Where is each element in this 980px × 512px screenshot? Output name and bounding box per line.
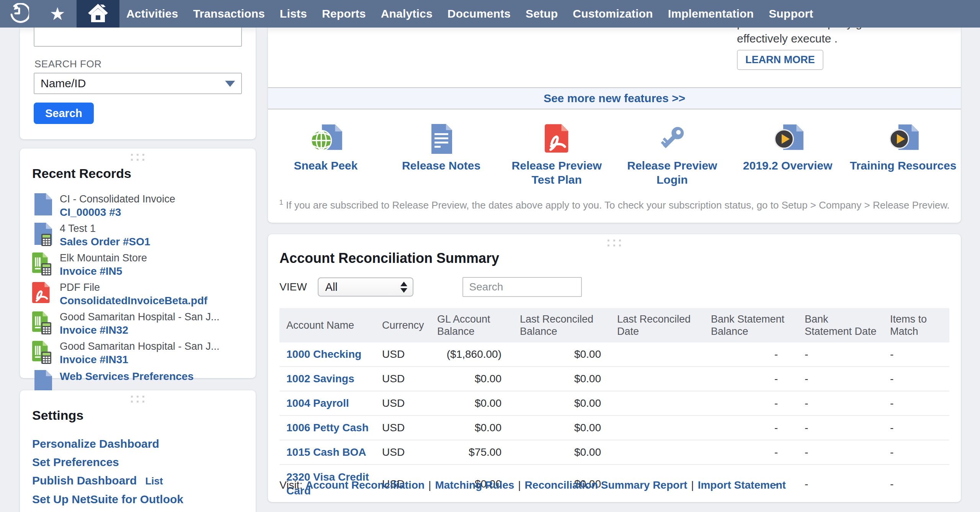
- search-button[interactable]: Search: [34, 103, 94, 124]
- see-more-features-link[interactable]: See more new features >>: [544, 92, 685, 105]
- home-button-active[interactable]: [77, 0, 119, 28]
- record-link[interactable]: ConsolidatedInvoiceBeta.pdf: [60, 294, 207, 307]
- column-header: Account Name: [279, 317, 375, 334]
- account-link[interactable]: 1006 Petty Cash: [286, 422, 369, 434]
- drag-handle[interactable]: [608, 240, 621, 247]
- key-icon: [656, 118, 688, 155]
- account-link[interactable]: 1004 Payroll: [286, 397, 349, 409]
- table-row: 1000 Checking USD ($1,860.00) $0.00 - - …: [279, 342, 949, 367]
- nav-item-activities[interactable]: Activities: [126, 7, 178, 20]
- release-preview-login-item[interactable]: Release Preview Login: [614, 118, 730, 187]
- list-item: 4 Test 1 Sales Order #SO1: [32, 222, 248, 248]
- account-reconciliation-portlet: Account Reconciliation Summary VIEW All …: [268, 234, 961, 502]
- record-link[interactable]: Sales Order #SO1: [60, 235, 150, 248]
- items-to-match-cell: -: [877, 391, 949, 415]
- release-preview-test-plan-item[interactable]: Release Preview Test Plan: [499, 118, 614, 187]
- nav-item-lists[interactable]: Lists: [280, 7, 307, 20]
- release-notes-item[interactable]: Release Notes: [384, 118, 499, 187]
- column-header: Bank Statement Date: [785, 311, 877, 340]
- table-row: 1006 Petty Cash USD $0.00 $0.00 - - -: [279, 416, 949, 440]
- set-preferences-link[interactable]: Set Preferences: [32, 453, 203, 471]
- feature-label: Release Preview Test Plan: [499, 158, 614, 187]
- personalize-dashboard-link[interactable]: Personalize Dashboard: [32, 435, 203, 453]
- account-link[interactable]: 1015 Cash BOA: [286, 446, 366, 458]
- setup-suiteanalytics-link[interactable]: Set Up Suite Analytics Connect: [32, 509, 203, 512]
- feature-links-row: Sneak Peek Release Notes: [268, 118, 961, 187]
- matching-rules-link[interactable]: Matching Rules: [435, 479, 514, 491]
- nav-item-transactions[interactable]: Transactions: [193, 7, 265, 20]
- favorites-button[interactable]: ★: [38, 0, 77, 28]
- publish-dashboard-list-link[interactable]: List: [145, 475, 163, 487]
- setup-outlook-link[interactable]: Set Up NetSuite for Outlook: [32, 490, 203, 509]
- nav-menu: Activities Transactions Lists Reports An…: [126, 7, 813, 20]
- visit-links-row: Visit: Account Reconciliation|Matching R…: [279, 479, 786, 491]
- last-reconciled-balance-cell: $0.00: [501, 367, 601, 391]
- last-reconciled-balance-cell: $0.00: [501, 416, 601, 440]
- record-link[interactable]: Invoice #IN32: [60, 323, 128, 337]
- nav-item-customization[interactable]: Customization: [573, 7, 653, 20]
- nav-item-analytics[interactable]: Analytics: [381, 7, 433, 20]
- list-item: Good Samaritan Hospital - San J... Invoi…: [32, 340, 248, 366]
- list-item: Elk Mountain Store Invoice #IN5: [32, 252, 248, 278]
- pdf-file-icon: [32, 281, 54, 307]
- training-resources-item[interactable]: Training Resources: [845, 118, 961, 187]
- record-type: Good Samaritan Hospital - San J...: [60, 340, 219, 353]
- bank-statement-balance-cell: -: [691, 391, 785, 415]
- gl-balance-cell: $0.00: [433, 391, 501, 415]
- publish-dashboard-link[interactable]: Publish Dashboard: [32, 474, 137, 487]
- record-link[interactable]: Web Services Preferences: [60, 370, 194, 383]
- view-select[interactable]: All: [318, 277, 413, 297]
- visit-label: Visit:: [279, 479, 302, 491]
- bank-statement-balance-cell: -: [691, 416, 785, 440]
- drag-handle[interactable]: [131, 154, 145, 161]
- invoice-icon: [32, 252, 54, 278]
- bank-statement-balance-cell: -: [691, 342, 785, 366]
- account-link[interactable]: 1000 Checking: [286, 348, 361, 360]
- overview-video-item[interactable]: 2019.2 Overview: [730, 118, 846, 187]
- last-reconciled-balance-cell: $0.00: [501, 391, 601, 415]
- settings-title: Settings: [32, 408, 83, 423]
- nav-item-documents[interactable]: Documents: [448, 7, 511, 20]
- invoice-icon: [32, 340, 54, 366]
- feature-label: Training Resources: [850, 158, 956, 173]
- record-type: 4 Test 1: [60, 222, 150, 235]
- record-link[interactable]: CI_00003 #3: [60, 205, 121, 219]
- nav-item-setup[interactable]: Setup: [526, 7, 558, 20]
- feature-label: Release Notes: [402, 158, 480, 173]
- reconciliation-summary-report-link[interactable]: Reconciliation Summary Report: [525, 479, 688, 491]
- bank-statement-balance-cell: -: [691, 440, 785, 464]
- search-type-dropdown[interactable]: Name/ID: [34, 73, 242, 94]
- history-button[interactable]: [0, 0, 38, 28]
- record-link[interactable]: Invoice #IN31: [60, 353, 128, 366]
- feature-label: Sneak Peek: [294, 158, 358, 173]
- currency-cell: USD: [375, 367, 433, 391]
- gl-balance-cell: $0.00: [433, 367, 501, 391]
- nav-item-support[interactable]: Support: [769, 7, 813, 20]
- recon-search-input[interactable]: [462, 277, 582, 297]
- account-link[interactable]: 1002 Savings: [286, 373, 354, 385]
- search-keywords-input[interactable]: [34, 25, 242, 47]
- settings-portlet: Settings Personalize Dashboard Set Prefe…: [20, 390, 256, 512]
- last-reconciled-date-cell: [601, 398, 691, 409]
- recon-table: Account Name Currency GL Account Balance…: [279, 308, 949, 503]
- import-statement-link[interactable]: Import Statement: [698, 479, 786, 491]
- sneak-peek-item[interactable]: Sneak Peek: [268, 118, 384, 187]
- separator: |: [425, 479, 435, 491]
- record-link[interactable]: Invoice #IN5: [60, 264, 122, 278]
- bank-statement-date-cell: -: [785, 440, 877, 464]
- drag-handle[interactable]: [131, 396, 145, 403]
- items-to-match-cell: -: [877, 416, 949, 440]
- account-reconciliation-link[interactable]: Account Reconciliation: [305, 479, 425, 491]
- nav-item-reports[interactable]: Reports: [322, 7, 366, 20]
- top-nav: ★ Activities Transactions Lists Reports …: [0, 0, 980, 28]
- last-reconciled-date-cell: [601, 422, 691, 433]
- bank-statement-date-cell: -: [785, 472, 877, 496]
- home-icon: [87, 3, 109, 24]
- items-to-match-cell: -: [877, 367, 949, 391]
- recent-records-portlet: Recent Records CI - Consolidated Invoice…: [20, 148, 256, 378]
- learn-more-button[interactable]: LEARN MORE: [737, 50, 823, 70]
- list-item: CI - Consolidated Invoice CI_00003 #3: [32, 193, 248, 219]
- table-row: 1004 Payroll USD $0.00 $0.00 - - -: [279, 391, 949, 416]
- nav-item-implementation[interactable]: Implementation: [668, 7, 754, 20]
- record-type: CI - Consolidated Invoice: [60, 193, 175, 205]
